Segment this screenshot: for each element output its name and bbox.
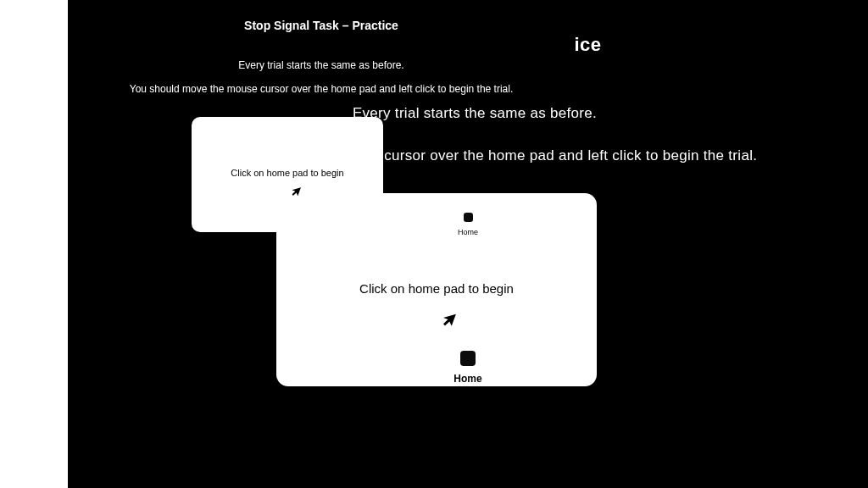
- home-pad-label: Home: [68, 228, 868, 236]
- arena-prompt: Click on home pad to begin: [276, 281, 597, 296]
- slide-title: Stop Signal Task – Practice: [68, 19, 575, 32]
- instruction-slide-fg: Stop Signal Task – Practice Every trial …: [68, 0, 575, 95]
- experiment-stage: Stop Signal Task – Practice Every trial …: [68, 0, 868, 488]
- home-pad-group: Home: [68, 210, 868, 236]
- slide-line-2: You should move the mouse cursor over th…: [68, 83, 575, 95]
- home-pad-group: Home: [68, 351, 868, 385]
- home-pad-label: Home: [68, 373, 868, 385]
- home-pad[interactable]: [460, 351, 476, 366]
- home-pad[interactable]: [464, 213, 473, 222]
- arena-prompt: Click on home pad to begin: [192, 168, 383, 178]
- slide-line-1: Every trial starts the same as before.: [68, 59, 575, 71]
